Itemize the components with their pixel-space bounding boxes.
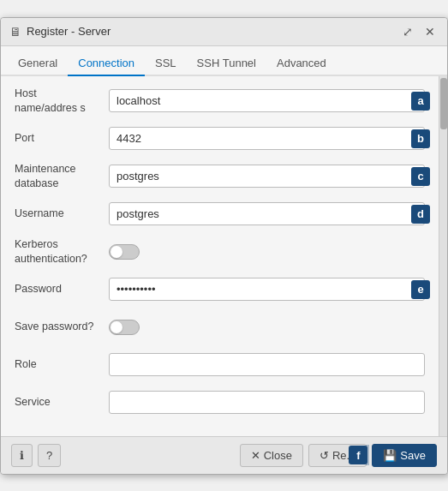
register-server-dialog: 🖥 Register - Server ⤢ ✕ General Connecti… [0,17,448,475]
role-field [109,353,425,376]
kerberos-label: Kerberos authentication? [15,237,109,266]
service-field [109,391,425,414]
server-icon: 🖥 [9,25,21,39]
title-bar-actions: ⤢ ✕ [399,23,439,40]
close-icon: ✕ [251,449,260,462]
tab-ssl[interactable]: SSL [145,51,187,76]
port-field: b [109,127,425,150]
footer-left: ℹ ? [11,444,61,467]
save-password-toggle[interactable] [109,320,140,335]
title-bar: 🖥 Register - Server ⤢ ✕ [1,18,447,46]
host-badge: a [411,92,430,111]
save-button[interactable]: f 💾 Save [372,444,437,467]
kerberos-toggle[interactable] [109,244,140,260]
title-bar-left: 🖥 Register - Server [9,25,111,39]
service-row: Service [15,388,425,417]
dialog-title: Register - Server [27,25,111,38]
close-dialog-button[interactable]: ✕ [421,23,439,40]
footer: ℹ ? ✕ Close ↺ Re... f 💾 Save [1,436,447,474]
save-password-label: Save password? [15,320,109,333]
kerberos-toggle-container [109,244,140,260]
scrollbar[interactable] [439,76,447,436]
password-label: Password [15,282,109,296]
reset-icon: ↺ [320,449,329,462]
username-row: Username d [15,200,425,229]
save-disk-icon: 💾 [383,449,397,462]
port-input[interactable] [109,127,425,150]
save-password-row: Save password? [15,313,425,342]
host-label: Host name/addres s [15,87,109,115]
role-row: Role [15,350,425,380]
password-row: Password e [15,275,425,304]
host-field: a [109,89,425,112]
maintenance-input[interactable] [109,165,425,188]
expand-button[interactable]: ⤢ [399,23,416,40]
password-badge: e [411,280,430,299]
username-label: Username [15,207,109,220]
tab-general[interactable]: General [8,51,68,76]
tab-advanced[interactable]: Advanced [266,51,337,76]
maintenance-row: Maintenance database c [15,162,425,191]
maintenance-badge: c [411,167,430,186]
kerberos-field [109,244,425,260]
username-field: d [109,202,425,225]
service-label: Service [15,395,109,409]
maintenance-label: Maintenance database [15,162,109,190]
content-wrapper: Host name/addres s a Port b Maintenance … [1,76,447,436]
info-button[interactable]: ℹ [11,444,33,467]
save-label: Save [400,449,426,462]
role-input[interactable] [109,353,425,376]
tab-bar: General Connection SSL SSH Tunnel Advanc… [1,46,447,76]
username-badge: d [411,205,430,224]
role-label: Role [15,357,109,371]
port-label: Port [15,131,109,145]
close-label: Close [264,449,292,462]
password-field: e [109,278,425,301]
save-password-toggle-container [109,320,140,335]
scroll-thumb [440,78,447,129]
password-input[interactable] [109,278,425,301]
service-input[interactable] [109,391,425,414]
tab-ssh-tunnel[interactable]: SSH Tunnel [187,51,266,76]
help-button[interactable]: ? [38,444,61,467]
footer-right: ✕ Close ↺ Re... f 💾 Save [240,444,437,467]
form-content: Host name/addres s a Port b Maintenance … [1,76,439,436]
host-row: Host name/addres s a [15,87,425,116]
username-input[interactable] [109,202,425,225]
tab-connection[interactable]: Connection [68,51,145,76]
maintenance-field: c [109,165,425,188]
close-button[interactable]: ✕ Close [240,444,303,467]
save-badge: f [349,446,367,464]
save-password-field [109,320,425,335]
kerberos-row: Kerberos authentication? [15,237,425,266]
port-badge: b [411,129,430,148]
port-row: Port b [15,124,425,153]
host-input[interactable] [109,89,425,112]
